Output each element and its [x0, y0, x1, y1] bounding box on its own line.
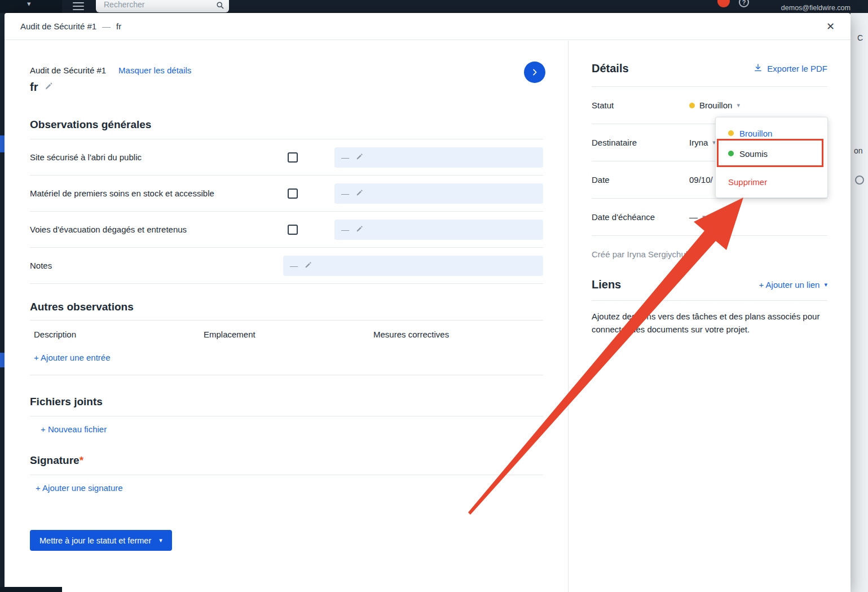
status-submitted-dot [728, 151, 734, 156]
section-title-signature: Signature* [30, 454, 543, 475]
links-title: Liens [592, 278, 621, 291]
audit-modal: Audit de Sécurité #1 — fr ✕ Audit de Séc… [5, 13, 851, 592]
checklist-label: Matériel de premiers soins en stock et a… [30, 188, 288, 198]
date-value[interactable]: 09/10/ [689, 175, 713, 185]
section-title-general: Observations générales [30, 119, 543, 139]
checkbox[interactable] [288, 225, 298, 235]
notes-label: Notes [30, 261, 283, 270]
background-circle-fragment [855, 176, 864, 185]
edit-pencil-icon[interactable] [305, 261, 312, 271]
background-text-fragment: C [857, 33, 863, 42]
status-dropdown-trigger[interactable]: Brouillon ▾ [689, 100, 740, 110]
modal-header: Audit de Sécurité #1 — fr ✕ [5, 13, 851, 40]
observation-input[interactable]: — [334, 183, 543, 204]
chevron-down-icon: ▾ [824, 281, 827, 288]
modal-title: Audit de Sécurité #1 [20, 21, 96, 31]
observations-table-header: Description Emplacement Mesures correcti… [30, 321, 543, 346]
column-header: Emplacement [204, 330, 373, 339]
details-title: Détails [592, 62, 629, 75]
sidebar-accent [0, 135, 5, 152]
background-sidebar [0, 13, 5, 592]
dropdown-option-submitted[interactable]: Soumis [716, 143, 827, 164]
observation-input[interactable]: — [334, 220, 543, 240]
checklist-label: Site sécurisé à l'abri du public [30, 152, 288, 162]
close-icon[interactable]: ✕ [826, 21, 835, 32]
export-pdf-link[interactable]: Exporter le PDF [754, 63, 827, 74]
edit-pencil-icon[interactable] [356, 188, 363, 199]
menu-icon[interactable] [73, 2, 84, 12]
next-chevron-button[interactable] [524, 62, 545, 83]
due-date-dropdown-trigger[interactable]: — ▾ [689, 212, 706, 222]
empty-value: — [341, 189, 349, 198]
checklist-row: Matériel de premiers soins en stock et a… [30, 176, 543, 212]
detail-row-due-date: Date d'échéance — ▾ [592, 199, 827, 236]
topbar: ▾ ? demos@fieldwire.com [0, 0, 868, 13]
modal-title-separator: — [101, 21, 112, 31]
search-icon [216, 1, 224, 12]
section-title-other-observations: Autres observations [30, 301, 543, 321]
new-file-link[interactable]: + Nouveau fichier [41, 424, 107, 434]
observation-input[interactable]: — [334, 147, 543, 168]
links-description: Ajoutez des liens vers des tâches et des… [592, 310, 826, 336]
add-entry-link[interactable]: + Ajouter une entrée [34, 353, 111, 362]
background-text-fragment: on [854, 146, 863, 155]
user-email[interactable]: demos@fieldwire.com [781, 4, 851, 12]
checklist-row: Site sécurisé à l'abri du public — [30, 139, 543, 176]
date-label: Date [592, 175, 689, 185]
edit-pencil-icon[interactable] [356, 152, 363, 163]
add-link-button[interactable]: + Ajouter un lien ▾ [759, 280, 827, 290]
notes-input[interactable]: — [283, 256, 543, 276]
hide-details-link[interactable]: Masquer les détails [118, 65, 191, 75]
section-title-attachments: Fichiers joints [30, 396, 543, 416]
form-name: fr [30, 81, 38, 94]
empty-value: — [341, 225, 349, 234]
help-icon[interactable]: ? [739, 0, 749, 7]
download-icon [754, 63, 763, 74]
dropdown-option-delete[interactable]: Supprimer [716, 172, 827, 192]
required-asterisk: * [80, 454, 83, 466]
edit-pencil-icon[interactable] [356, 225, 363, 235]
chevron-down-icon: ▾ [27, 0, 31, 8]
checkbox[interactable] [288, 188, 298, 199]
form-column: Audit de Sécurité #1 Masquer les détails… [5, 41, 569, 592]
search-input[interactable] [96, 0, 229, 12]
modal-subtitle: fr [116, 21, 121, 31]
status-dropdown-menu: Brouillon Soumis Supprimer [715, 117, 828, 198]
checkbox[interactable] [288, 152, 298, 163]
chevron-down-icon: ▾ [159, 537, 162, 544]
empty-value: — [290, 261, 298, 270]
status-draft-dot [689, 103, 695, 108]
column-header: Description [34, 330, 204, 339]
checklist-row: Voies d'évacuation dégagés et entretenus… [30, 212, 543, 248]
add-signature-link[interactable]: + Ajouter une signature [36, 483, 123, 493]
empty-value: — [341, 153, 349, 162]
notification-badge[interactable] [717, 0, 730, 7]
column-header: Mesures correctives [373, 330, 543, 339]
recipient-dropdown-trigger[interactable]: Iryna ▾ [689, 138, 716, 147]
project-switcher[interactable]: ▾ [0, 0, 62, 13]
form-title: Audit de Sécurité #1 [30, 65, 106, 75]
background-page-fragment: C on [851, 13, 868, 592]
notes-row: Notes — [30, 248, 543, 284]
due-date-label: Date d'échéance [592, 212, 689, 222]
chevron-down-icon: ▾ [737, 102, 740, 109]
status-label: Statut [592, 100, 689, 110]
dropdown-option-draft[interactable]: Brouillon [716, 123, 827, 143]
created-by-text: Créé par Iryna Sergiychuk [592, 249, 827, 259]
checklist-label: Voies d'évacuation dégagés et entretenus [30, 225, 288, 234]
update-status-button[interactable]: Mettre à jour le statut et fermer ▾ [30, 530, 172, 551]
background-bottom-bar [0, 587, 62, 592]
screen: ▾ ? demos@fieldwire.com C on Audit de Sé… [0, 0, 868, 592]
status-draft-dot [728, 130, 734, 136]
chevron-down-icon: ▾ [702, 213, 706, 221]
sidebar-accent [0, 353, 5, 367]
recipient-label: Destinataire [592, 138, 689, 147]
edit-pencil-icon[interactable] [45, 82, 53, 93]
